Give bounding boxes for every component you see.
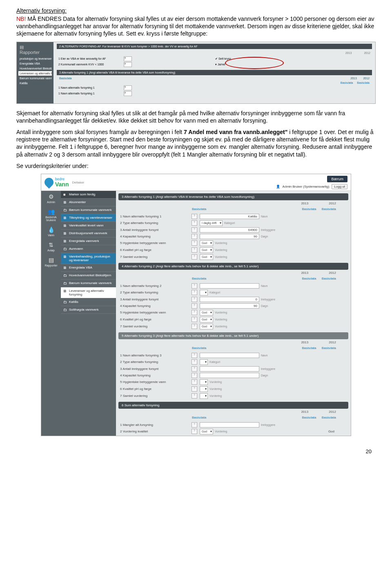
- doc-icon: 🗎: [63, 216, 67, 220]
- user-info: 👤 Admin Bruker (Systemansvarlig) Logg ut: [276, 184, 347, 189]
- help-icon[interactable]: ?: [192, 373, 197, 378]
- nav-item[interactable]: 🗎Abonnenter: [61, 199, 116, 206]
- iconbar-item[interactable]: ⇅Avløp: [41, 239, 61, 254]
- help-icon[interactable]: ?: [192, 290, 197, 295]
- nav-item[interactable]: 🗀Bærum kommunale vannverk: [61, 206, 116, 214]
- basisdata-link[interactable]: Basisdata: [192, 277, 206, 280]
- basisdata-link[interactable]: Basisdata: [322, 346, 336, 350]
- form-row: 1 Navn alternativ forsyning 2?Navn: [118, 282, 348, 289]
- select-input[interactable]: [200, 386, 208, 392]
- select-input[interactable]: God: [200, 310, 213, 316]
- iconbar-item[interactable]: 👥BedreVA brukere: [41, 206, 61, 224]
- field-unit: Vurdering: [215, 249, 227, 251]
- nav-item[interactable]: 🗎Energidata VBA: [61, 264, 116, 272]
- help-icon[interactable]: ?: [192, 247, 197, 253]
- field-unit: Innbyggere: [261, 298, 275, 301]
- field-unit: Vurdering: [215, 430, 227, 433]
- help-icon[interactable]: ?: [192, 359, 197, 365]
- nav-item[interactable]: 🗎Vannkvalitet levert vann: [61, 222, 116, 230]
- help-icon[interactable]: ?: [192, 303, 197, 309]
- help-icon[interactable]: ?: [192, 214, 197, 219]
- basisdata-link[interactable]: Basisdata: [322, 416, 336, 419]
- help-icon[interactable]: ?: [192, 386, 197, 392]
- basisdata-link[interactable]: Basisdata: [322, 207, 336, 211]
- help-icon[interactable]: ?: [192, 254, 197, 260]
- text-input[interactable]: 90: [200, 303, 259, 309]
- help-icon[interactable]: ?: [124, 62, 132, 67]
- text-input[interactable]: 90: [200, 234, 259, 239]
- select-input[interactable]: [200, 393, 208, 399]
- ss1-nav-item[interactable]: Bærum kommunale vannverk: [18, 76, 52, 81]
- field-label: 3 Antall innbyggere forsynt: [120, 228, 192, 232]
- field-label: 5 Hygieniske betryggende vann: [120, 380, 192, 384]
- basisdata-link[interactable]: Basisdata: [192, 416, 206, 419]
- nav-item[interactable]: 🗎Vannbehandling, produksjon og leveranse…: [61, 253, 116, 264]
- iconbar-item[interactable]: 💧Vann: [41, 224, 61, 239]
- select-input[interactable]: God: [200, 247, 213, 253]
- text-input[interactable]: [200, 353, 259, 358]
- basisdata-link[interactable]: Basisdata: [322, 277, 336, 280]
- help-icon[interactable]: ?: [192, 317, 197, 322]
- basisdata-link[interactable]: Basisdata: [192, 207, 206, 211]
- help-icon[interactable]: ?: [192, 393, 197, 399]
- text-input[interactable]: [200, 366, 259, 372]
- nav-item[interactable]: 🗀Kattås: [61, 298, 116, 306]
- select-input[interactable]: God: [200, 429, 213, 434]
- nav-item[interactable]: 🗎Distribusjonsnett vannverk: [61, 230, 116, 237]
- ss1-nav-item[interactable]: Hovedvannverket Bleksli­tjern: [18, 66, 52, 71]
- text-input[interactable]: [200, 283, 259, 289]
- help-icon[interactable]: ?: [124, 56, 132, 61]
- nav-item[interactable]: 🗀Bærum kommunale vannverk: [61, 280, 116, 287]
- help-icon[interactable]: ?: [192, 283, 197, 289]
- nav-item[interactable]: 🗎Energidata vannverk: [61, 237, 116, 245]
- ss1-main: 2 ALTERNATIV FORSYNING-AF. For leveranse…: [53, 42, 375, 103]
- nav-item[interactable]: 🗀Sollihøgda vannverk: [61, 306, 116, 314]
- basisdata-link[interactable]: Basisdata: [302, 346, 316, 350]
- nav-item[interactable]: 🗎Leveranser og alternativ forsyning: [61, 287, 116, 298]
- form-row: 1 Navn alternativ forsyning 1?KattåsNavn: [118, 213, 348, 219]
- select-input[interactable]: God: [200, 240, 213, 246]
- help-icon[interactable]: ?: [192, 353, 197, 358]
- help-icon[interactable]: ?: [192, 227, 197, 233]
- context-tag: Bærum: [327, 176, 347, 182]
- basisdata-link[interactable]: Basisdata: [192, 346, 206, 350]
- iconbar-item[interactable]: ▤Rapporter: [41, 254, 61, 269]
- nav-item[interactable]: 🗀Hovedvannverket Blekslitjern: [61, 272, 116, 280]
- basisdata-link[interactable]: Basisdata: [302, 207, 316, 211]
- help-icon[interactable]: ?: [192, 379, 197, 385]
- select-input[interactable]: God: [200, 317, 213, 322]
- help-icon[interactable]: ?: [192, 366, 197, 372]
- help-icon[interactable]: ?: [192, 422, 197, 428]
- select-input[interactable]: I daglig drift: [200, 220, 223, 226]
- help-icon[interactable]: ?: [192, 429, 197, 434]
- select-input[interactable]: [200, 290, 208, 296]
- help-icon[interactable]: ?: [192, 220, 197, 226]
- field-label: 1 Navn alternativ forsyning 2: [120, 284, 192, 288]
- text-input[interactable]: Kattås: [200, 214, 259, 219]
- select-input[interactable]: God: [200, 254, 213, 260]
- field-unit: Innbyggere: [261, 423, 275, 426]
- iconbar-item[interactable]: ⚙Admin: [41, 191, 61, 206]
- nav-item[interactable]: 🗀Aurevann: [61, 245, 116, 253]
- help-icon[interactable]: ?: [192, 240, 197, 246]
- ss1-nav-item[interactable]: produksjon og leveranser: [18, 56, 52, 61]
- select-input[interactable]: God: [200, 324, 213, 329]
- help-icon[interactable]: ?: [192, 310, 197, 315]
- logout-button[interactable]: Logg ut: [332, 184, 347, 189]
- ss1-nav-item-selected[interactable]: Leveranser og alternativ forsyning: [18, 71, 52, 76]
- text-input[interactable]: [200, 422, 259, 428]
- ss1-nav-item[interactable]: Kattås: [18, 81, 52, 85]
- text-input[interactable]: 0: [200, 297, 259, 302]
- nav-item[interactable]: 🗎Tilknytning og vannleveranser: [61, 214, 116, 222]
- help-icon[interactable]: ?: [192, 234, 197, 239]
- help-icon[interactable]: ?: [192, 324, 197, 329]
- select-input[interactable]: [200, 379, 208, 385]
- basisdata-link[interactable]: Basisdata: [302, 277, 316, 280]
- basisdata-link[interactable]: Basisdata: [302, 416, 316, 419]
- text-input[interactable]: [200, 373, 259, 378]
- select-input[interactable]: [200, 359, 208, 365]
- text-input[interactable]: 64900: [200, 227, 259, 233]
- ss1-nav-item[interactable]: Energidata VBA: [18, 61, 52, 66]
- help-icon[interactable]: ?: [192, 297, 197, 302]
- nav-item[interactable]: ■Marker som ferdig: [61, 191, 116, 199]
